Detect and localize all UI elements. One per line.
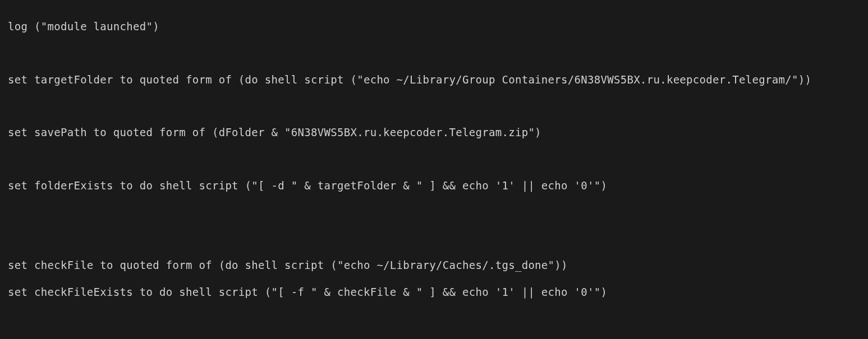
code-line — [8, 153, 868, 166]
code-line: set folderExists to do shell script ("[ … — [8, 179, 868, 193]
code-line — [8, 100, 868, 113]
code-line: log ("module launched") — [8, 20, 868, 34]
code-line — [8, 47, 868, 60]
code-line: set checkFileExists to do shell script (… — [8, 286, 868, 299]
code-line: set targetFolder to quoted form of (do s… — [8, 73, 868, 87]
code-line — [8, 206, 868, 220]
code-line — [8, 233, 868, 246]
code-line: set checkFile to quoted form of (do shel… — [8, 259, 868, 272]
code-line: set savePath to quoted form of (dFolder … — [8, 126, 868, 140]
code-editor[interactable]: log ("module launched") set targetFolder… — [0, 0, 868, 339]
code-line — [8, 312, 868, 326]
